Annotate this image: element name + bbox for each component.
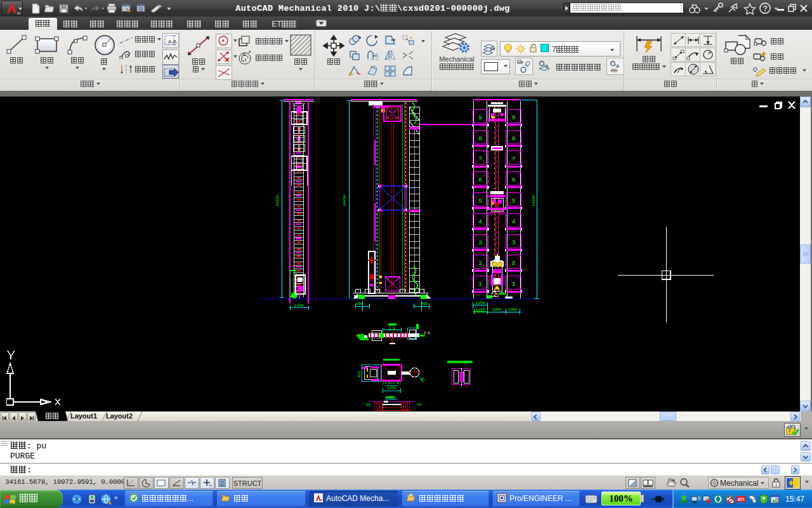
svg-text:I-0: I-0 — [424, 331, 430, 335]
svg-text:200: 200 — [356, 302, 363, 306]
svg-text:9: 9 — [478, 114, 482, 121]
svg-text:4: 4 — [478, 218, 482, 225]
svg-text:M: M — [17, 11, 20, 15]
svg-text:7: 7 — [512, 156, 516, 163]
svg-text:9: 9 — [512, 114, 516, 121]
svg-text:3: 3 — [478, 239, 482, 246]
svg-text:1: 1 — [512, 281, 516, 288]
svg-text:1350: 1350 — [476, 301, 485, 305]
svg-text:10490: 10490 — [275, 195, 280, 206]
svg-text:4: 4 — [512, 218, 516, 225]
svg-text:ATI: ATI — [738, 497, 745, 502]
svg-text:6: 6 — [512, 177, 516, 184]
svg-text:1270: 1270 — [387, 386, 396, 391]
svg-text:1400: 1400 — [294, 304, 304, 308]
svg-text:5: 5 — [478, 197, 482, 204]
svg-text:6: 6 — [478, 177, 482, 184]
svg-text:7: 7 — [478, 156, 482, 163]
svg-text:450: 450 — [357, 371, 362, 378]
svg-text:1000: 1000 — [508, 307, 518, 312]
svg-text:8: 8 — [478, 135, 482, 142]
svg-text:20: 20 — [365, 403, 370, 407]
svg-text:1: 1 — [478, 281, 482, 288]
svg-text:A-A: A-A — [168, 39, 177, 44]
svg-text:2: 2 — [512, 260, 516, 267]
svg-text:=0: =0 — [417, 403, 422, 407]
svg-text:A: A — [242, 52, 246, 57]
svg-text:8: 8 — [512, 135, 516, 142]
svg-text:2: 2 — [478, 260, 482, 267]
svg-text:3: 3 — [512, 239, 516, 246]
svg-text:?: ? — [763, 4, 768, 13]
svg-text:10490: 10490 — [343, 195, 347, 206]
svg-text:1006: 1006 — [492, 307, 502, 312]
svg-text:5: 5 — [512, 197, 516, 204]
svg-text:10490: 10490 — [532, 195, 536, 206]
svg-text:[1.6x1.8]: [1.6x1.8] — [383, 381, 402, 385]
svg-text:400: 400 — [421, 302, 428, 306]
